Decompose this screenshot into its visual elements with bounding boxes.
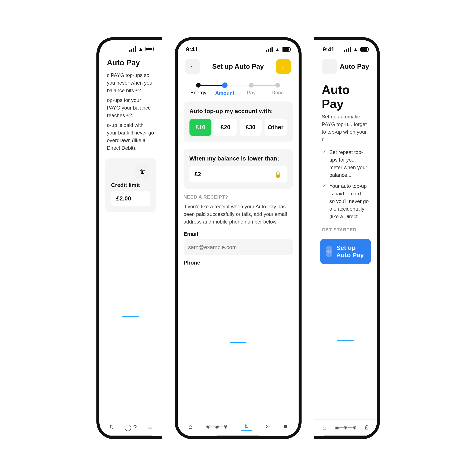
trash-icon: 🗑 <box>140 168 146 175</box>
delete-button[interactable]: 🗑 <box>135 164 150 179</box>
bottom-nav: £ ◯ ? ≡ <box>99 419 162 433</box>
email-label: Email <box>184 231 293 237</box>
right-back-arrow-icon: ← <box>326 63 332 70</box>
wifi-icon-c: ▲ <box>275 47 280 52</box>
stepper-item-done: Done <box>265 83 291 96</box>
amount-grid: £10 £20 £30 Other <box>189 119 287 136</box>
amount-btn-other[interactable]: Other <box>265 119 287 136</box>
receipt-section: NEED A RECEIPT? If you'd like a receipt … <box>178 192 299 270</box>
battery-icon <box>146 47 153 51</box>
right-intro-text: Set up automatic PAYG top-u... forget to… <box>314 113 377 147</box>
stepper-label-done: Done <box>272 90 284 96</box>
lightning-button[interactable]: ⚡ <box>276 59 291 74</box>
amount-btn-30[interactable]: £30 <box>239 119 262 136</box>
status-icons: ▲ <box>129 46 153 52</box>
stepper-dot-energy <box>196 83 201 87</box>
signal-icon <box>129 46 136 52</box>
balance-title: When my balance is lower than: <box>189 155 287 162</box>
right-bottom-nav: ⌂ ◉—◉—◉ £ <box>314 419 377 433</box>
stepper-label-pay: Pay <box>247 90 255 96</box>
page-title: Auto Pay <box>99 54 162 71</box>
check-text-1: Set repeat top-ups for yo... meter when … <box>329 149 369 179</box>
hamburger-icon: ≡ <box>284 423 288 430</box>
stepper-dot-done <box>275 83 280 87</box>
home-indicator-center <box>217 435 259 436</box>
amount-btn-10[interactable]: £10 <box>189 119 212 136</box>
divider <box>320 235 371 235</box>
menu-icon: ≡ <box>148 424 152 431</box>
scene: ▲ Auto Pay c PAYG top-ups so you never w… <box>0 0 476 476</box>
setup-auto-pay-button[interactable]: ∞ Set up Auto Pay <box>320 239 371 264</box>
phone-label: Phone <box>184 259 293 266</box>
right-activity-icon: ◉—◉—◉ <box>335 425 356 430</box>
stepper-line-3 <box>251 85 278 86</box>
status-icons-center: ▲ <box>266 47 290 52</box>
right-back-button[interactable]: ← <box>322 59 337 74</box>
bill-icon: £ <box>245 422 248 429</box>
topup-title: Auto top-up my account with: <box>189 108 287 115</box>
pound-icon: £ <box>109 424 113 431</box>
desc-3: o-up is paid with your bank ll never go … <box>99 121 162 154</box>
receipt-text: If you'd like a receipt when your Auto P… <box>184 203 293 226</box>
check-text-2: Your auto top-up is paid ... card, so yo… <box>329 182 369 220</box>
right-phone: 9:41 ▲ ← Auto Pay Auto Pay Set up automa… <box>314 37 380 439</box>
right-header-title: Auto Pay <box>340 63 369 70</box>
receipt-label: NEED A RECEIPT? <box>184 194 293 200</box>
checkmark-icon-1: ✓ <box>322 149 326 155</box>
back-button[interactable]: ← <box>185 59 200 74</box>
left-phone-content: Auto Pay c PAYG top-ups so you never whe… <box>99 54 162 436</box>
stepper-line-1 <box>198 85 225 86</box>
desc-1: c PAYG top-ups so you never when your ba… <box>99 71 162 96</box>
home-icon: ⌂ <box>189 423 192 430</box>
credit-limit-card: 🗑 Credit limit £2.00 <box>105 158 156 212</box>
help-circle-icon: ⊙ <box>265 423 270 430</box>
nav-pound[interactable]: £ <box>109 424 113 431</box>
nav-bill[interactable]: £ <box>241 422 252 431</box>
stepper-label-amount: Amount <box>215 90 235 96</box>
center-status-bar: 9:41 ▲ <box>178 40 299 55</box>
stepper-label-energy: Energy <box>190 90 206 96</box>
credit-limit-value: £2.00 <box>111 191 150 206</box>
signal-icon-c <box>266 47 273 52</box>
get-started-label: GET STARTED <box>314 222 377 235</box>
desc-2: op-ups for your PAYG your balance reache… <box>99 96 162 121</box>
lock-icon: 🔒 <box>274 171 282 178</box>
right-app-header: ← Auto Pay <box>314 55 377 78</box>
nav-help-c[interactable]: ⊙ <box>265 423 270 430</box>
balance-row: £2 🔒 <box>189 166 287 183</box>
right-status-icons: ▲ <box>344 47 368 52</box>
right-status-bar: 9:41 ▲ <box>314 40 377 55</box>
battery-icon-r <box>360 47 368 51</box>
right-nav-pound[interactable]: £ <box>365 424 368 431</box>
nav-menu[interactable]: ≡ <box>148 424 152 431</box>
battery-icon-c <box>282 47 290 51</box>
amount-btn-20[interactable]: £20 <box>214 119 237 136</box>
topup-card: Auto top-up my account with: £10 £20 £30… <box>184 102 293 142</box>
right-nav-home[interactable]: ⌂ <box>323 424 326 431</box>
stepper-dot-pay <box>249 83 254 87</box>
stepper-item-energy: Energy <box>185 83 212 96</box>
right-nav-activity[interactable]: ◉—◉—◉ <box>335 425 356 430</box>
stepper-item-amount: Amount <box>212 83 238 96</box>
stepper-line-2 <box>225 85 251 85</box>
wifi-icon-r: ▲ <box>353 47 358 52</box>
app-header: ← Set up Auto Pay ⚡ <box>178 55 299 78</box>
right-big-title: Auto Pay <box>314 78 377 113</box>
lightning-icon: ⚡ <box>280 63 287 70</box>
left-phone: ▲ Auto Pay c PAYG top-ups so you never w… <box>96 37 162 439</box>
nav-help[interactable]: ◯ ? <box>124 424 137 431</box>
nav-activity[interactable]: ◉—◉—◉ <box>206 424 228 429</box>
balance-value: £2 <box>195 171 201 178</box>
stepper: Energy Amount Pay Done <box>178 78 299 98</box>
nav-menu-c[interactable]: ≡ <box>284 423 288 430</box>
center-bottom-nav: ⌂ ◉—◉—◉ £ ⊙ ≡ <box>178 418 299 433</box>
right-pound-icon: £ <box>365 424 368 431</box>
infinity-icon: ∞ <box>326 246 333 257</box>
header-title: Set up Auto Pay <box>212 63 264 70</box>
right-home-icon: ⌂ <box>323 424 326 431</box>
checkmark-icon-2: ✓ <box>322 183 326 189</box>
signal-icon-r <box>344 47 351 52</box>
email-input[interactable] <box>184 239 293 255</box>
wifi-icon: ▲ <box>138 46 143 52</box>
nav-home[interactable]: ⌂ <box>189 423 192 430</box>
